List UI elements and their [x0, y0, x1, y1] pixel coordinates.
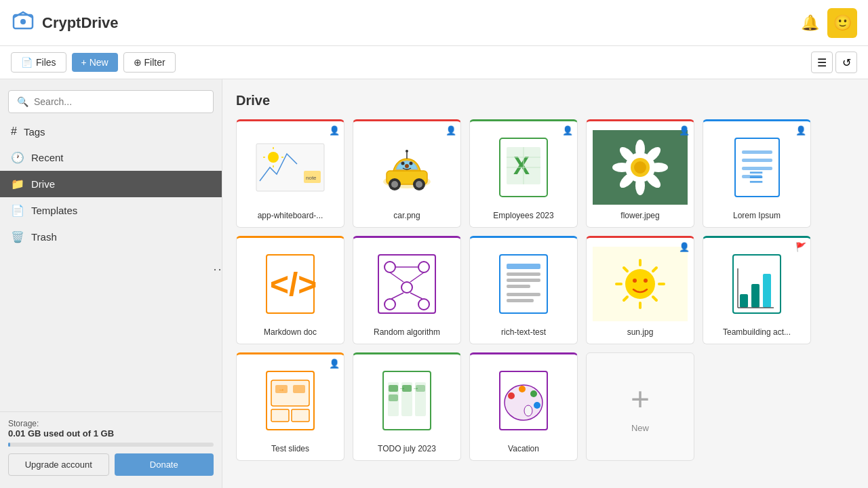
svg-rect-82: [763, 274, 771, 308]
shared-icon-lorem: 👤: [795, 125, 806, 136]
sidebar-item-templates[interactable]: 📄 Templates: [0, 197, 222, 224]
sidebar-item-recent[interactable]: 🕐 Recent: [0, 144, 222, 171]
history-button[interactable]: ↺: [835, 52, 857, 73]
whiteboard-preview-svg: note: [253, 140, 328, 195]
file-card-app-whiteboard[interactable]: 👤 note: [236, 119, 344, 228]
logo-area: CryptDrive: [11, 8, 801, 37]
svg-point-106: [530, 390, 537, 397]
file-card-car-png[interactable]: 👤: [353, 119, 461, 228]
app-icon: [11, 8, 35, 37]
file-card-random[interactable]: Random algorithm: [353, 236, 461, 344]
svg-point-40: [634, 161, 646, 174]
templates-icon: 📄: [11, 204, 24, 217]
svg-rect-60: [500, 255, 547, 313]
file-card-teambuilding[interactable]: 🚩 Teambuilding act...: [703, 236, 811, 344]
file-card-vacation[interactable]: Vacation: [469, 352, 578, 461]
file-card-employees[interactable]: 👤 X Employees 2023: [469, 119, 578, 228]
header: CryptDrive 🔔 🙂: [0, 0, 868, 46]
flag-icon-teambuilding: 🚩: [795, 242, 806, 252]
sidebar-item-tags[interactable]: # Tags: [0, 119, 222, 144]
upgrade-button[interactable]: Upgrade account: [8, 453, 109, 476]
sidebar-resize-handle[interactable]: ⋮: [212, 263, 222, 278]
svg-text:→: →: [278, 386, 285, 393]
document-svg: ≡: [732, 137, 783, 198]
svg-rect-81: [751, 284, 760, 308]
file-label-sun: sun.jpg: [592, 325, 688, 338]
svg-point-21: [406, 150, 408, 152]
storage-bar: [8, 443, 214, 447]
new-button[interactable]: + New: [72, 53, 118, 72]
palette-svg: [496, 370, 551, 431]
svg-point-105: [519, 386, 526, 392]
app-title: CryptDrive: [42, 14, 118, 32]
file-card-markdown[interactable]: </> Markdown doc: [236, 236, 344, 344]
notifications-icon[interactable]: 🔔: [801, 14, 819, 32]
sidebar-item-drive[interactable]: 📁 Drive: [0, 171, 222, 197]
files-icon: 📄: [21, 57, 33, 68]
main-content: Drive 👤 note: [222, 79, 868, 488]
list-view-button[interactable]: ☰: [811, 52, 833, 73]
user-avatar[interactable]: 🙂: [827, 8, 857, 38]
file-card-todo[interactable]: → → TODO july 2023: [353, 352, 461, 461]
svg-rect-97: [389, 394, 398, 401]
sidebar-item-drive-label: Drive: [31, 178, 55, 190]
svg-point-17: [405, 164, 409, 168]
file-card-testslides[interactable]: 👤 → Test slides: [236, 352, 344, 461]
svg-rect-3: [256, 144, 324, 191]
svg-rect-61: [507, 264, 540, 269]
drive-icon: 📁: [11, 178, 24, 190]
storage-label: Storage:: [8, 419, 214, 428]
kanban-svg: → →: [380, 370, 434, 431]
svg-text:X: X: [513, 152, 530, 180]
donate-button[interactable]: Donate: [115, 453, 214, 476]
files-button[interactable]: 📄 Files: [11, 52, 66, 73]
storage-bar-fill: [8, 443, 10, 447]
file-label-flower: flower.jpeg: [592, 208, 688, 222]
spreadsheet-svg: X: [496, 137, 551, 198]
file-label-testslides: Test slides: [242, 441, 338, 455]
new-file-plus-icon: +: [631, 380, 650, 418]
file-label-random: Random algorithm: [359, 325, 455, 338]
search-input[interactable]: [34, 96, 205, 107]
svg-point-108: [524, 405, 532, 416]
files-grid: 👤 note: [236, 119, 854, 461]
sidebar-item-trash-label: Trash: [31, 231, 57, 243]
filter-button[interactable]: ⊕ Filter: [123, 52, 176, 73]
car-svg: [373, 142, 441, 193]
file-card-sun[interactable]: 👤: [586, 236, 694, 344]
svg-point-32: [635, 176, 645, 195]
chart-svg: [730, 253, 784, 314]
file-card-richtext[interactable]: rich-text-test: [469, 236, 578, 344]
sidebar-item-recent-label: Recent: [31, 152, 64, 163]
shared-icon: 👤: [329, 125, 340, 136]
new-file-card[interactable]: + New: [586, 352, 694, 461]
shared-icon-testslides: 👤: [329, 359, 340, 369]
svg-point-14: [391, 181, 398, 188]
svg-point-19: [410, 161, 413, 165]
svg-text:note: note: [306, 175, 317, 181]
file-label-car-png: car.png: [359, 208, 455, 222]
svg-rect-65: [507, 293, 540, 296]
svg-rect-96: [389, 385, 398, 392]
file-label-app-whiteboard: app-whiteboard-...: [242, 208, 338, 222]
file-label-todo: TODO july 2023: [359, 441, 455, 455]
svg-point-34: [649, 163, 668, 172]
toolbar-right: ☰ ↺: [811, 52, 857, 73]
diagram-svg: [376, 253, 437, 314]
search-box[interactable]: 🔍: [8, 90, 214, 113]
svg-text:</>: </>: [270, 266, 317, 302]
sidebar: 🔍 # Tags 🕐 Recent 📁 Drive 📄 Templates 🗑️…: [0, 79, 222, 488]
storage-usage: 0.01 GB used out of 1 GB: [8, 428, 214, 439]
shared-icon-sun: 👤: [679, 242, 690, 252]
sidebar-item-trash[interactable]: 🗑️ Trash: [0, 224, 222, 250]
file-label-vacation: Vacation: [475, 441, 572, 455]
svg-rect-49: [378, 255, 435, 313]
header-actions: 🔔 🙂: [801, 8, 857, 38]
trash-icon: 🗑️: [11, 230, 24, 243]
svg-text:→: →: [399, 384, 406, 392]
file-card-flower[interactable]: 👤: [586, 119, 694, 228]
sidebar-item-templates-label: Templates: [31, 205, 77, 216]
sidebar-buttons: Upgrade account Donate: [8, 453, 214, 476]
file-card-lorem[interactable]: 👤 ≡ Lorem Ipsum: [703, 119, 811, 228]
svg-point-18: [401, 161, 405, 165]
